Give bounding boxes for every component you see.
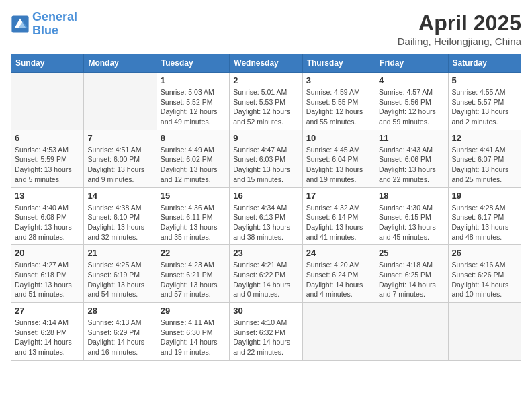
logo-text: General Blue (32, 11, 77, 38)
calendar-cell: 14Sunrise: 4:38 AM Sunset: 6:10 PM Dayli… (84, 187, 157, 245)
day-number: 4 (379, 75, 444, 85)
day-number: 26 (452, 248, 517, 258)
logo-line1: General (32, 10, 77, 24)
column-header-friday: Friday (375, 54, 448, 73)
day-info: Sunrise: 4:34 AM Sunset: 6:13 PM Dayligh… (233, 203, 298, 242)
day-info: Sunrise: 4:13 AM Sunset: 6:29 PM Dayligh… (87, 318, 152, 357)
location-subtitle: Dailing, Heilongjiang, China (398, 36, 521, 47)
column-header-monday: Monday (84, 54, 157, 73)
calendar-cell: 6Sunrise: 4:53 AM Sunset: 5:59 PM Daylig… (11, 130, 84, 187)
calendar-week-2: 6Sunrise: 4:53 AM Sunset: 5:59 PM Daylig… (11, 130, 521, 187)
calendar-cell: 4Sunrise: 4:57 AM Sunset: 5:56 PM Daylig… (375, 73, 448, 130)
calendar-cell (302, 303, 375, 361)
day-number: 3 (306, 75, 371, 85)
calendar-cell: 19Sunrise: 4:28 AM Sunset: 6:17 PM Dayli… (448, 187, 521, 245)
calendar-cell (448, 303, 521, 361)
day-number: 23 (233, 248, 298, 258)
day-number: 14 (87, 191, 152, 201)
calendar-cell: 20Sunrise: 4:27 AM Sunset: 6:18 PM Dayli… (11, 245, 84, 303)
day-number: 15 (161, 191, 226, 201)
day-number: 5 (452, 75, 517, 85)
day-number: 21 (87, 248, 152, 258)
day-info: Sunrise: 4:47 AM Sunset: 6:03 PM Dayligh… (233, 145, 298, 185)
day-info: Sunrise: 4:55 AM Sunset: 5:57 PM Dayligh… (452, 87, 517, 127)
calendar-cell: 23Sunrise: 4:21 AM Sunset: 6:22 PM Dayli… (230, 245, 302, 303)
day-number: 1 (161, 75, 226, 85)
calendar-cell: 28Sunrise: 4:13 AM Sunset: 6:29 PM Dayli… (84, 303, 157, 361)
calendar-cell: 22Sunrise: 4:23 AM Sunset: 6:21 PM Dayli… (157, 245, 229, 303)
day-info: Sunrise: 4:16 AM Sunset: 6:26 PM Dayligh… (452, 260, 517, 300)
day-info: Sunrise: 4:41 AM Sunset: 6:07 PM Dayligh… (452, 145, 517, 185)
day-info: Sunrise: 4:14 AM Sunset: 6:28 PM Dayligh… (15, 318, 80, 357)
calendar-cell: 1Sunrise: 5:03 AM Sunset: 5:52 PM Daylig… (157, 73, 229, 130)
calendar-cell (375, 303, 448, 361)
calendar-cell: 25Sunrise: 4:18 AM Sunset: 6:25 PM Dayli… (375, 245, 448, 303)
day-info: Sunrise: 4:11 AM Sunset: 6:30 PM Dayligh… (161, 318, 226, 357)
day-info: Sunrise: 4:40 AM Sunset: 6:08 PM Dayligh… (15, 203, 80, 242)
column-header-thursday: Thursday (302, 54, 375, 73)
logo-line2: Blue (32, 24, 58, 37)
day-info: Sunrise: 5:01 AM Sunset: 5:53 PM Dayligh… (233, 87, 298, 127)
day-number: 9 (233, 133, 298, 143)
calendar-header-row: SundayMondayTuesdayWednesdayThursdayFrid… (11, 54, 521, 73)
day-info: Sunrise: 4:18 AM Sunset: 6:25 PM Dayligh… (379, 260, 444, 300)
day-info: Sunrise: 4:38 AM Sunset: 6:10 PM Dayligh… (87, 203, 152, 242)
day-info: Sunrise: 5:03 AM Sunset: 5:52 PM Dayligh… (161, 87, 226, 127)
calendar-cell: 12Sunrise: 4:41 AM Sunset: 6:07 PM Dayli… (448, 130, 521, 187)
logo-icon (11, 15, 30, 34)
day-number: 20 (15, 248, 80, 258)
day-number: 25 (379, 248, 444, 258)
day-number: 18 (379, 191, 444, 201)
day-number: 30 (233, 306, 298, 316)
calendar-cell: 3Sunrise: 4:59 AM Sunset: 5:55 PM Daylig… (302, 73, 375, 130)
day-info: Sunrise: 4:43 AM Sunset: 6:06 PM Dayligh… (379, 145, 444, 185)
day-number: 2 (233, 75, 298, 85)
calendar-cell: 2Sunrise: 5:01 AM Sunset: 5:53 PM Daylig… (230, 73, 302, 130)
calendar-cell: 8Sunrise: 4:49 AM Sunset: 6:02 PM Daylig… (157, 130, 229, 187)
day-info: Sunrise: 4:28 AM Sunset: 6:17 PM Dayligh… (452, 203, 517, 242)
calendar-cell: 21Sunrise: 4:25 AM Sunset: 6:19 PM Dayli… (84, 245, 157, 303)
day-number: 7 (87, 133, 152, 143)
day-info: Sunrise: 4:51 AM Sunset: 6:00 PM Dayligh… (87, 145, 152, 185)
day-number: 24 (306, 248, 371, 258)
day-number: 10 (306, 133, 371, 143)
day-number: 16 (233, 191, 298, 201)
calendar-week-1: 1Sunrise: 5:03 AM Sunset: 5:52 PM Daylig… (11, 73, 521, 130)
calendar-cell: 29Sunrise: 4:11 AM Sunset: 6:30 PM Dayli… (157, 303, 229, 361)
column-header-saturday: Saturday (448, 54, 521, 73)
day-number: 17 (306, 191, 371, 201)
calendar-cell: 5Sunrise: 4:55 AM Sunset: 5:57 PM Daylig… (448, 73, 521, 130)
day-number: 8 (161, 133, 226, 143)
calendar-cell: 26Sunrise: 4:16 AM Sunset: 6:26 PM Dayli… (448, 245, 521, 303)
logo: General Blue (11, 11, 77, 38)
calendar-week-5: 27Sunrise: 4:14 AM Sunset: 6:28 PM Dayli… (11, 303, 521, 361)
calendar-table: SundayMondayTuesdayWednesdayThursdayFrid… (11, 54, 521, 361)
day-info: Sunrise: 4:57 AM Sunset: 5:56 PM Dayligh… (379, 87, 444, 127)
calendar-cell: 7Sunrise: 4:51 AM Sunset: 6:00 PM Daylig… (84, 130, 157, 187)
day-info: Sunrise: 4:21 AM Sunset: 6:22 PM Dayligh… (233, 260, 298, 300)
day-info: Sunrise: 4:20 AM Sunset: 6:24 PM Dayligh… (306, 260, 371, 300)
calendar-cell: 9Sunrise: 4:47 AM Sunset: 6:03 PM Daylig… (230, 130, 302, 187)
day-number: 22 (161, 248, 226, 258)
calendar-cell: 24Sunrise: 4:20 AM Sunset: 6:24 PM Dayli… (302, 245, 375, 303)
calendar-week-4: 20Sunrise: 4:27 AM Sunset: 6:18 PM Dayli… (11, 245, 521, 303)
calendar-week-3: 13Sunrise: 4:40 AM Sunset: 6:08 PM Dayli… (11, 187, 521, 245)
day-info: Sunrise: 4:23 AM Sunset: 6:21 PM Dayligh… (161, 260, 226, 300)
page-header: General Blue April 2025 Dailing, Heilong… (11, 11, 521, 47)
day-number: 29 (161, 306, 226, 316)
day-info: Sunrise: 4:45 AM Sunset: 6:04 PM Dayligh… (306, 145, 371, 185)
title-area: April 2025 Dailing, Heilongjiang, China (398, 11, 521, 47)
calendar-cell: 10Sunrise: 4:45 AM Sunset: 6:04 PM Dayli… (302, 130, 375, 187)
day-info: Sunrise: 4:10 AM Sunset: 6:32 PM Dayligh… (233, 318, 298, 357)
day-number: 28 (87, 306, 152, 316)
day-info: Sunrise: 4:27 AM Sunset: 6:18 PM Dayligh… (15, 260, 80, 300)
day-number: 27 (15, 306, 80, 316)
day-number: 12 (452, 133, 517, 143)
calendar-cell: 13Sunrise: 4:40 AM Sunset: 6:08 PM Dayli… (11, 187, 84, 245)
day-info: Sunrise: 4:53 AM Sunset: 5:59 PM Dayligh… (15, 145, 80, 185)
column-header-tuesday: Tuesday (157, 54, 229, 73)
day-info: Sunrise: 4:25 AM Sunset: 6:19 PM Dayligh… (87, 260, 152, 300)
calendar-cell: 27Sunrise: 4:14 AM Sunset: 6:28 PM Dayli… (11, 303, 84, 361)
calendar-cell: 11Sunrise: 4:43 AM Sunset: 6:06 PM Dayli… (375, 130, 448, 187)
day-info: Sunrise: 4:36 AM Sunset: 6:11 PM Dayligh… (161, 203, 226, 242)
